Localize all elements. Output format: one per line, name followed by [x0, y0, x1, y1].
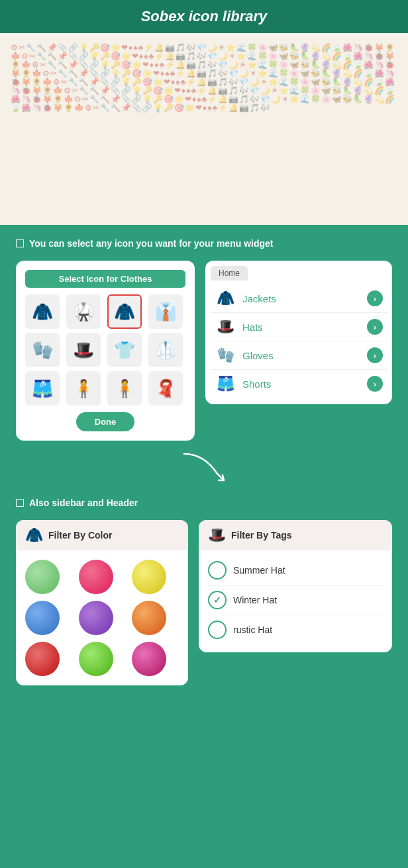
decorative-icon: 📌 — [58, 52, 68, 60]
decorative-icon: 🔮 — [300, 44, 310, 52]
color-dot-green[interactable] — [79, 642, 113, 676]
decorative-icon: ☀ — [281, 95, 289, 103]
tag-item-summerhat[interactable]: Summer Hat — [208, 556, 383, 586]
decorative-icon: ☀ — [218, 44, 225, 52]
jackets-chevron[interactable]: › — [367, 290, 383, 306]
decorative-icon: ⭐ — [258, 69, 268, 77]
decorative-icon: 💎 — [239, 78, 249, 86]
icon-item-shorts[interactable]: 🩳 — [25, 371, 60, 406]
decorative-icon: 💡 — [153, 104, 163, 112]
decorative-icon: ⭐ — [268, 78, 278, 86]
tag-radio-rustichat[interactable] — [208, 621, 227, 639]
menu-items-list: 🧥 Jackets › 🎩 Hats › 🧤 Gloves › 🩳 Short — [205, 281, 392, 404]
connecting-arrow — [164, 447, 244, 487]
gloves-chevron[interactable]: › — [367, 347, 383, 363]
tag-item-rustichat[interactable]: rustic Hat — [208, 615, 383, 644]
decorative-icon: 💫 — [364, 87, 374, 95]
done-button[interactable]: Done — [76, 412, 135, 431]
decorative-icon: 🔨 — [79, 78, 89, 86]
icon-item-labcoat[interactable]: 🥼 — [148, 333, 183, 367]
decorative-icon: 📎 — [111, 87, 121, 95]
color-dot-yellow[interactable] — [132, 560, 166, 594]
decorative-icon: ❤ — [164, 78, 170, 86]
tag-radio-winterhat[interactable] — [208, 591, 227, 609]
decorative-icon: 🎵 — [176, 44, 185, 52]
decorative-icon: 💡 — [111, 69, 121, 77]
tag-item-winterhat[interactable]: Winter Hat — [208, 586, 383, 615]
decorative-icon: ♦ — [203, 104, 207, 112]
decorative-icon: 🌟 — [132, 61, 142, 69]
decorative-icon: ☀ — [239, 61, 246, 69]
decorative-icon: 🦋 — [300, 69, 310, 77]
menu-item-jackets[interactable]: 🧥 Jackets › — [211, 284, 387, 313]
decorative-icon: 📎 — [58, 44, 68, 52]
decorative-icon: 📌 — [47, 44, 57, 52]
decorative-icon: ⚙ — [53, 78, 60, 86]
shorts-chevron[interactable]: › — [367, 376, 383, 392]
decorative-icon: 🌸 — [300, 78, 310, 86]
icon-item-tophat[interactable]: 🎩 — [66, 333, 101, 367]
decorative-icon: ✂ — [82, 95, 89, 103]
icon-item-person2[interactable]: 🧍 — [107, 371, 142, 406]
decorative-icon: 🔧 — [89, 95, 99, 103]
decorative-icon: 🌊 — [300, 95, 310, 103]
icon-item-person1[interactable]: 🧍 — [66, 371, 101, 406]
decorative-icon: 🌟 — [111, 44, 121, 52]
decorative-icon: ⚙ — [11, 44, 18, 52]
filter-row: 🧥 Filter By Color 🎩 Filter By Tags — [16, 520, 392, 685]
decorative-icon: 📷 — [207, 78, 217, 86]
menu-item-shorts[interactable]: 🩳 Shorts › — [211, 370, 387, 398]
decorative-icon: 💎 — [229, 69, 238, 77]
color-dot-pink[interactable] — [79, 560, 113, 594]
decorative-icon: 🍃 — [342, 52, 352, 60]
icon-item-jacket[interactable]: 🧥 — [25, 294, 60, 329]
icon-item-shirt[interactable]: 👔 — [148, 294, 183, 329]
shorts-icon: 🩳 — [215, 375, 236, 392]
decorative-icon: 🔮 — [311, 52, 321, 60]
tag-label-winterhat: Winter Hat — [233, 595, 277, 605]
decorative-icon: 🦊 — [21, 78, 31, 86]
icon-item-coat[interactable]: 🥋 — [66, 294, 101, 329]
decorative-icon: 🎶 — [197, 52, 207, 60]
color-dot-orange[interactable] — [132, 601, 166, 635]
section2-checkbox[interactable] — [16, 499, 24, 507]
icon-item-scarf[interactable]: 🧣 — [148, 371, 183, 406]
decorative-icon: 🔮 — [353, 87, 363, 95]
color-dot-blue[interactable] — [25, 601, 60, 635]
decorative-icon: 📷 — [239, 104, 249, 112]
tag-radio-summerhat[interactable] — [208, 561, 227, 580]
icon-item-vest[interactable]: 🧥 — [107, 294, 142, 329]
decorative-icon: ⭐ — [247, 61, 257, 69]
decorative-icon: 🍀 — [247, 44, 257, 52]
color-dot-lightgreen[interactable] — [25, 560, 60, 594]
decorative-icon: 📎 — [89, 69, 99, 77]
decorative-icon: ❤ — [132, 52, 138, 60]
decorative-icon: ♦ — [181, 87, 185, 95]
decorative-icon: 🔨 — [36, 44, 46, 52]
decorative-icon: ⚡ — [186, 78, 196, 86]
filter-color-header-label: Filter By Color — [48, 530, 112, 541]
menu-item-gloves[interactable]: 🧤 Gloves › — [211, 341, 387, 370]
color-dot-magenta[interactable] — [132, 642, 166, 676]
decorative-icon: 💡 — [121, 78, 131, 86]
menu-item-hats[interactable]: 🎩 Hats › — [211, 313, 387, 341]
decorative-icon: 🐞 — [21, 87, 31, 95]
decorative-icon: 🔨 — [58, 61, 68, 69]
icon-item-tshirt[interactable]: 👕 — [107, 333, 142, 367]
icon-item-gloves[interactable]: 🧤 — [25, 333, 60, 367]
color-dot-red[interactable] — [25, 642, 60, 676]
decorative-icon: ❤ — [153, 69, 160, 77]
shorts-label: Shorts — [242, 378, 360, 390]
decorative-icon: ☀ — [250, 69, 257, 77]
section1-checkbox[interactable] — [16, 239, 24, 247]
decorative-icon: 🦜 — [300, 52, 310, 60]
decorative-icon: ♦ — [192, 95, 196, 103]
color-dot-purple[interactable] — [79, 601, 113, 635]
decorative-icon: 🎶 — [218, 69, 228, 77]
decorative-icon: ⭐ — [289, 95, 299, 103]
menu-widget-panel: Home 🧥 Jackets › 🎩 Hats › 🧤 Gloves › — [205, 261, 392, 404]
decorative-icon: ♠ — [133, 44, 137, 52]
hats-chevron[interactable]: › — [367, 319, 383, 335]
home-tab[interactable]: Home — [211, 266, 248, 281]
decorative-icon: ❤ — [195, 104, 202, 112]
